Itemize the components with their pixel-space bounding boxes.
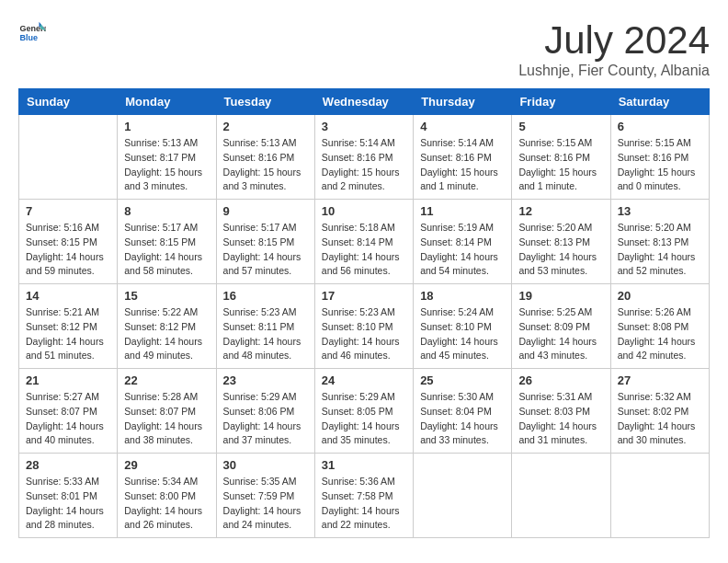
day-cell: 26Sunrise: 5:31 AMSunset: 8:03 PMDayligh… (512, 369, 610, 454)
day-cell: 4Sunrise: 5:14 AMSunset: 8:16 PMDaylight… (414, 115, 512, 200)
day-number: 29 (124, 458, 209, 472)
day-cell: 14Sunrise: 5:21 AMSunset: 8:12 PMDayligh… (19, 284, 118, 369)
logo-icon: General Blue (18, 18, 46, 46)
day-number: 19 (518, 289, 603, 303)
svg-text:Blue: Blue (20, 33, 39, 42)
sunrise-text: Sunrise: 5:14 AM (322, 136, 406, 151)
sunrise-text: Sunrise: 5:32 AM (618, 390, 702, 405)
day-detail: Sunrise: 5:32 AMSunset: 8:02 PMDaylight:… (618, 390, 702, 448)
day-detail: Sunrise: 5:34 AMSunset: 8:00 PMDaylight:… (124, 475, 209, 533)
day-detail: Sunrise: 5:14 AMSunset: 8:16 PMDaylight:… (322, 136, 406, 194)
sunset-text: Sunset: 8:16 PM (618, 151, 702, 166)
sunrise-text: Sunrise: 5:27 AM (26, 390, 110, 405)
day-number: 27 (618, 373, 702, 387)
daylight-text: Daylight: 15 hours and 2 minutes. (322, 166, 406, 195)
weekday-header-row: SundayMondayTuesdayWednesdayThursdayFrid… (19, 89, 710, 115)
day-detail: Sunrise: 5:13 AMSunset: 8:16 PMDaylight:… (223, 136, 308, 194)
day-cell: 13Sunrise: 5:20 AMSunset: 8:13 PMDayligh… (610, 200, 709, 284)
day-cell: 8Sunrise: 5:17 AMSunset: 8:15 PMDaylight… (118, 200, 216, 284)
title-section: July 2024 Lushnje, Fier County, Albania (518, 18, 710, 79)
day-cell (512, 454, 610, 538)
sunset-text: Sunset: 8:14 PM (322, 236, 406, 250)
day-cell: 1Sunrise: 5:13 AMSunset: 8:17 PMDaylight… (118, 115, 216, 200)
day-cell (414, 454, 512, 538)
week-row-2: 7Sunrise: 5:16 AMSunset: 8:15 PMDaylight… (19, 200, 710, 284)
sunset-text: Sunset: 8:14 PM (420, 236, 505, 250)
sunrise-text: Sunrise: 5:30 AM (420, 390, 505, 405)
daylight-text: Daylight: 14 hours and 46 minutes. (322, 335, 406, 364)
day-detail: Sunrise: 5:31 AMSunset: 8:03 PMDaylight:… (518, 390, 603, 448)
sunrise-text: Sunrise: 5:23 AM (223, 305, 308, 320)
sunrise-text: Sunrise: 5:31 AM (518, 390, 603, 405)
sunrise-text: Sunrise: 5:16 AM (26, 221, 110, 236)
daylight-text: Daylight: 14 hours and 38 minutes. (124, 419, 209, 449)
day-number: 24 (322, 373, 406, 387)
day-cell: 11Sunrise: 5:19 AMSunset: 8:14 PMDayligh… (414, 200, 512, 284)
daylight-text: Daylight: 14 hours and 51 minutes. (26, 335, 110, 364)
sunrise-text: Sunrise: 5:15 AM (618, 136, 702, 151)
daylight-text: Daylight: 14 hours and 30 minutes. (618, 419, 702, 449)
day-cell: 16Sunrise: 5:23 AMSunset: 8:11 PMDayligh… (216, 284, 314, 369)
sunset-text: Sunset: 8:11 PM (223, 320, 308, 335)
sunset-text: Sunset: 8:04 PM (420, 405, 505, 419)
weekday-header-saturday: Saturday (610, 89, 709, 115)
day-detail: Sunrise: 5:36 AMSunset: 7:58 PMDaylight:… (322, 475, 406, 533)
logo: General Blue (18, 18, 46, 46)
daylight-text: Daylight: 14 hours and 54 minutes. (420, 250, 505, 280)
daylight-text: Daylight: 15 hours and 0 minutes. (618, 166, 702, 195)
day-detail: Sunrise: 5:13 AMSunset: 8:17 PMDaylight:… (124, 136, 209, 194)
weekday-header-friday: Friday (512, 89, 610, 115)
sunset-text: Sunset: 7:59 PM (223, 489, 308, 504)
daylight-text: Daylight: 15 hours and 1 minute. (518, 166, 603, 195)
day-detail: Sunrise: 5:25 AMSunset: 8:09 PMDaylight:… (518, 305, 603, 363)
day-detail: Sunrise: 5:16 AMSunset: 8:15 PMDaylight:… (26, 221, 110, 279)
day-cell: 9Sunrise: 5:17 AMSunset: 8:15 PMDaylight… (216, 200, 314, 284)
month-year-title: July 2024 (518, 18, 710, 63)
sunrise-text: Sunrise: 5:26 AM (618, 305, 702, 320)
sunrise-text: Sunrise: 5:20 AM (618, 221, 702, 236)
sunset-text: Sunset: 8:16 PM (518, 151, 603, 166)
day-cell: 25Sunrise: 5:30 AMSunset: 8:04 PMDayligh… (414, 369, 512, 454)
day-cell: 15Sunrise: 5:22 AMSunset: 8:12 PMDayligh… (118, 284, 216, 369)
sunset-text: Sunset: 8:12 PM (124, 320, 209, 335)
day-detail: Sunrise: 5:20 AMSunset: 8:13 PMDaylight:… (518, 221, 603, 279)
sunrise-text: Sunrise: 5:19 AM (420, 221, 505, 236)
day-cell: 31Sunrise: 5:36 AMSunset: 7:58 PMDayligh… (314, 454, 413, 538)
sunset-text: Sunset: 8:16 PM (223, 151, 308, 166)
sunset-text: Sunset: 8:16 PM (322, 151, 406, 166)
daylight-text: Daylight: 14 hours and 26 minutes. (124, 504, 209, 534)
day-detail: Sunrise: 5:15 AMSunset: 8:16 PMDaylight:… (518, 136, 603, 194)
sunset-text: Sunset: 8:03 PM (518, 405, 603, 419)
sunset-text: Sunset: 8:10 PM (322, 320, 406, 335)
day-number: 1 (124, 120, 209, 133)
sunrise-text: Sunrise: 5:36 AM (322, 475, 406, 489)
sunrise-text: Sunrise: 5:29 AM (223, 390, 308, 405)
day-cell: 18Sunrise: 5:24 AMSunset: 8:10 PMDayligh… (414, 284, 512, 369)
daylight-text: Daylight: 14 hours and 58 minutes. (124, 250, 209, 280)
sunrise-text: Sunrise: 5:33 AM (26, 475, 110, 489)
sunrise-text: Sunrise: 5:21 AM (26, 305, 110, 320)
day-detail: Sunrise: 5:33 AMSunset: 8:01 PMDaylight:… (26, 475, 110, 533)
sunrise-text: Sunrise: 5:13 AM (223, 136, 308, 151)
daylight-text: Daylight: 14 hours and 56 minutes. (322, 250, 406, 280)
sunrise-text: Sunrise: 5:18 AM (322, 221, 406, 236)
calendar-table: SundayMondayTuesdayWednesdayThursdayFrid… (18, 88, 710, 538)
day-cell: 6Sunrise: 5:15 AMSunset: 8:16 PMDaylight… (610, 115, 709, 200)
day-number: 14 (26, 289, 110, 303)
sunrise-text: Sunrise: 5:35 AM (223, 475, 308, 489)
day-number: 25 (420, 373, 505, 387)
sunset-text: Sunset: 8:05 PM (322, 405, 406, 419)
day-number: 15 (124, 289, 209, 303)
day-number: 6 (618, 120, 702, 133)
daylight-text: Daylight: 14 hours and 53 minutes. (518, 250, 603, 280)
daylight-text: Daylight: 14 hours and 31 minutes. (518, 419, 603, 449)
day-number: 26 (518, 373, 603, 387)
day-detail: Sunrise: 5:26 AMSunset: 8:08 PMDaylight:… (618, 305, 702, 363)
day-detail: Sunrise: 5:35 AMSunset: 7:59 PMDaylight:… (223, 475, 308, 533)
day-number: 3 (322, 120, 406, 133)
day-number: 4 (420, 120, 505, 133)
day-number: 13 (618, 204, 702, 218)
day-cell: 17Sunrise: 5:23 AMSunset: 8:10 PMDayligh… (314, 284, 413, 369)
daylight-text: Daylight: 14 hours and 22 minutes. (322, 504, 406, 534)
daylight-text: Daylight: 15 hours and 3 minutes. (223, 166, 308, 195)
